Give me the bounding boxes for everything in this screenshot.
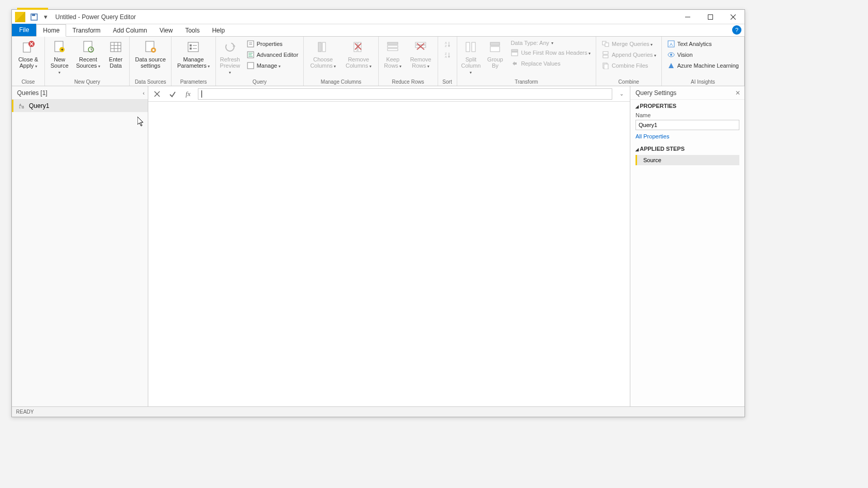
transform-group-label: Transform <box>459 78 594 86</box>
formula-expand-button[interactable]: ⌄ <box>616 91 627 97</box>
formula-confirm-button[interactable] <box>167 88 178 100</box>
data-type-button[interactable]: Data Type: Any <box>508 39 593 47</box>
merge-queries-button[interactable]: Merge Queries <box>599 39 658 49</box>
svg-rect-3 <box>708 14 713 19</box>
svg-rect-48 <box>388 49 398 51</box>
svg-text:✦: ✦ <box>60 48 64 52</box>
choose-columns-button[interactable]: Choose Columns <box>306 38 340 70</box>
svg-rect-70 <box>603 55 608 58</box>
close-group-label: Close <box>14 78 42 86</box>
merge-queries-label: Merge Queries <box>612 41 653 47</box>
manage-button[interactable]: Manage <box>244 60 301 71</box>
sort-desc-button[interactable]: ZA <box>441 50 454 60</box>
properties-label: Properties <box>257 41 283 47</box>
tab-view[interactable]: View <box>153 25 179 36</box>
query-item[interactable]: ABc Query1 <box>12 100 148 112</box>
qat-dropdown-icon[interactable]: ▾ <box>40 11 51 23</box>
svg-rect-47 <box>388 45 398 48</box>
help-icon[interactable]: ? <box>732 25 741 35</box>
azure-ml-button[interactable]: Azure Machine Learning <box>665 60 741 71</box>
tab-tools[interactable]: Tools <box>179 25 206 36</box>
data-source-settings-button[interactable]: Data source settings <box>132 38 169 70</box>
svg-rect-72 <box>604 64 608 69</box>
tab-file[interactable]: File <box>12 24 36 36</box>
svg-marker-56 <box>448 45 450 47</box>
svg-rect-41 <box>322 42 326 52</box>
refresh-preview-label: Refresh Preview <box>220 56 240 75</box>
formula-cancel-button[interactable] <box>151 88 163 100</box>
recent-sources-icon <box>80 39 97 55</box>
ribbon-tabs: File Home Transform Add Column View Tool… <box>12 24 745 37</box>
properties-title[interactable]: PROPERTIES <box>636 103 739 109</box>
remove-rows-button[interactable]: Remove Rows <box>406 38 436 70</box>
remove-columns-label: Remove Columns <box>343 56 374 69</box>
settings-close-button[interactable]: ✕ <box>735 89 740 97</box>
advanced-editor-button[interactable]: Advanced Editor <box>244 50 301 60</box>
refresh-preview-button[interactable]: Refresh Preview <box>218 38 242 76</box>
close-apply-label: Close & Apply <box>16 56 40 69</box>
combine-files-icon <box>601 61 610 70</box>
manage-columns-group-label: Manage Columns <box>306 78 376 86</box>
step-item[interactable]: Source <box>636 155 739 165</box>
ribbon-group-ai-insights: A Text Analytics Vision A <box>662 37 745 86</box>
svg-rect-68 <box>605 43 609 46</box>
close-apply-button[interactable]: Close & Apply <box>14 38 42 70</box>
svg-rect-40 <box>318 42 321 52</box>
ribbon-group-close: Close & Apply Close <box>12 37 45 86</box>
settings-header: Query Settings ✕ <box>630 86 745 100</box>
split-column-button[interactable]: Split Column <box>459 38 483 76</box>
remove-columns-button[interactable]: Remove Columns <box>341 38 376 70</box>
vision-button[interactable]: Vision <box>665 50 741 60</box>
first-row-headers-button[interactable]: Use First Row as Headers <box>508 48 593 58</box>
ribbon-group-data-sources: Data source settings Data Sources <box>130 37 172 86</box>
tab-home[interactable]: Home <box>36 24 66 37</box>
save-icon[interactable] <box>28 11 40 23</box>
manage-parameters-label: Manage Parameters <box>176 56 211 69</box>
append-queries-button[interactable]: Append Queries <box>599 50 658 60</box>
ribbon-group-combine: Merge Queries Append Queries Combine Fil… <box>596 37 662 86</box>
ribbon-group-sort: AZ ZA Sort <box>438 37 457 86</box>
ribbon-group-query: Refresh Preview Properties Advanced Edit… <box>216 37 304 86</box>
query-group-label: Query <box>218 78 302 86</box>
group-by-icon <box>487 39 503 55</box>
text-analytics-icon: A <box>667 40 675 48</box>
collapse-icon[interactable]: ‹ <box>143 90 145 96</box>
sort-asc-button[interactable]: AZ <box>441 39 454 49</box>
formula-fx-button[interactable]: fx <box>182 88 194 100</box>
replace-values-button[interactable]: Replace Values <box>508 58 593 69</box>
combine-files-button[interactable]: Combine Files <box>599 60 658 71</box>
minimize-button[interactable] <box>676 10 699 24</box>
group-by-button[interactable]: Group By <box>484 38 506 70</box>
formula-input[interactable] <box>198 88 612 100</box>
keep-rows-icon <box>384 39 401 55</box>
keep-rows-button[interactable]: Keep Rows <box>381 38 405 70</box>
query-name-input[interactable] <box>636 120 739 130</box>
tab-transform[interactable]: Transform <box>66 25 106 36</box>
preview-area <box>148 102 630 406</box>
svg-rect-32 <box>247 41 254 47</box>
svg-point-30 <box>226 43 234 51</box>
manage-icon <box>246 61 255 70</box>
vision-label: Vision <box>677 52 693 58</box>
svg-rect-17 <box>111 42 121 52</box>
enter-data-button[interactable]: Enter Data <box>104 38 127 70</box>
azure-ml-label: Azure Machine Learning <box>677 62 739 69</box>
maximize-button[interactable] <box>699 10 722 24</box>
new-source-button[interactable]: ✦ New Source <box>47 38 72 76</box>
reduce-rows-group-label: Reduce Rows <box>381 78 436 86</box>
ribbon-group-parameters: Manage Parameters Parameters <box>172 37 215 86</box>
name-label: Name <box>636 112 739 118</box>
applied-steps-title[interactable]: APPLIED STEPS <box>636 146 739 152</box>
applied-steps-section: APPLIED STEPS Source <box>630 143 745 168</box>
close-button[interactable] <box>722 10 745 24</box>
properties-section: PROPERTIES Name All Properties <box>630 100 745 143</box>
tab-help[interactable]: Help <box>206 25 231 36</box>
queries-header[interactable]: Queries [1] ‹ <box>12 86 148 100</box>
properties-button[interactable]: Properties <box>244 39 301 49</box>
query-item-label: Query1 <box>29 102 49 109</box>
manage-parameters-button[interactable]: Manage Parameters <box>174 38 213 70</box>
text-analytics-button[interactable]: A Text Analytics <box>665 39 741 49</box>
all-properties-link[interactable]: All Properties <box>636 133 739 139</box>
recent-sources-button[interactable]: Recent Sources <box>73 38 103 70</box>
tab-add-column[interactable]: Add Column <box>107 25 153 36</box>
